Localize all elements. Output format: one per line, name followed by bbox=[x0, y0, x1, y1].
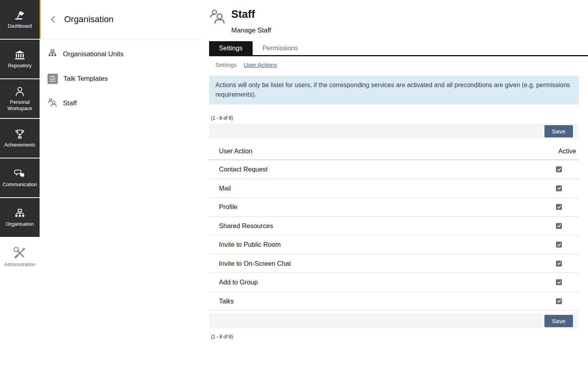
sidebar-item-achievements[interactable]: Achievements bbox=[0, 119, 40, 158]
range-label-bottom: (1 - 8 of 8) bbox=[211, 334, 579, 339]
table-row: Invite to On-Screen Chat bbox=[209, 254, 579, 273]
row-label: Invite to On-Screen Chat bbox=[219, 260, 291, 267]
checkbox[interactable] bbox=[556, 242, 562, 248]
panel-item-staff[interactable]: Staff bbox=[41, 91, 203, 116]
sidebar-item-dashboard[interactable]: Dashboard bbox=[0, 0, 40, 39]
save-button[interactable]: Save bbox=[544, 315, 573, 327]
row-label: Mail bbox=[219, 185, 231, 192]
checkbox[interactable] bbox=[556, 204, 562, 210]
row-label: Shared Resources bbox=[219, 222, 273, 230]
info-message: Actions will only be listet for users, i… bbox=[209, 76, 579, 105]
org-chart-icon bbox=[14, 208, 26, 219]
checkbox[interactable] bbox=[556, 261, 562, 267]
panel-item-label: Talk Templates bbox=[63, 75, 108, 83]
table-toolbar-top: Save bbox=[209, 124, 579, 139]
table-header: User Action Active bbox=[209, 141, 579, 160]
panel-item-organisational-units[interactable]: Organisational Units bbox=[41, 42, 203, 67]
checkbox[interactable] bbox=[556, 166, 562, 172]
table-row: Profile bbox=[209, 198, 579, 217]
table-toolbar-bottom: Save bbox=[209, 313, 579, 328]
checkbox[interactable] bbox=[556, 185, 562, 191]
sidebar-item-repository[interactable]: Repository bbox=[0, 40, 40, 78]
tab-settings[interactable]: Settings bbox=[209, 41, 253, 55]
panel-header: Organisation bbox=[41, 0, 203, 39]
panel-item-label: Organisational Units bbox=[63, 50, 124, 58]
table-row: Talks bbox=[209, 292, 579, 311]
row-label: Invite to Public Room bbox=[219, 241, 281, 248]
subtab-settings[interactable]: Settings bbox=[215, 61, 237, 68]
table-row: Mail bbox=[209, 179, 579, 198]
sidebar-item-label: Communication bbox=[2, 182, 38, 188]
panel-title: Organisation bbox=[64, 14, 114, 25]
main-sidebar: Dashboard Repository Personal Workspace bbox=[0, 0, 41, 366]
checkbox[interactable] bbox=[556, 223, 562, 229]
checkbox[interactable] bbox=[556, 279, 562, 285]
range-label-top: (1 - 8 of 8) bbox=[211, 115, 579, 121]
page-title: Staff bbox=[231, 9, 271, 21]
sidebar-item-personal-workspace[interactable]: Personal Workspace bbox=[0, 79, 40, 118]
sidebar-item-organisation[interactable]: Organisation bbox=[0, 198, 40, 237]
subtab-bar: Settings User Actions bbox=[209, 56, 579, 68]
checkbox[interactable] bbox=[556, 298, 562, 304]
sidebar-item-label: Repository bbox=[7, 63, 32, 69]
staff-icon bbox=[209, 9, 226, 34]
table-row: Shared Resources bbox=[209, 217, 579, 236]
panel-list: Organisational Units Talk Templates bbox=[41, 39, 203, 116]
panel-item-talk-templates[interactable]: Talk Templates bbox=[41, 67, 203, 91]
chat-bubbles-icon bbox=[13, 168, 26, 180]
table-body: Contact Request Mail Profile bbox=[209, 160, 579, 311]
tab-permissions[interactable]: Permissions bbox=[253, 41, 308, 55]
organisation-panel: Organisation Organisational Units bbox=[41, 0, 203, 366]
sidebar-item-administration[interactable]: Administration bbox=[0, 238, 40, 276]
tools-icon bbox=[13, 246, 27, 260]
chevron-left-icon[interactable] bbox=[50, 15, 56, 23]
row-label: Talks bbox=[219, 297, 234, 305]
sidebar-item-label: Dashboard bbox=[7, 23, 32, 30]
page-header: Staff Manage Staff bbox=[209, 9, 579, 34]
person-icon bbox=[14, 86, 26, 97]
org-chart-icon bbox=[48, 48, 57, 60]
page-subtitle: Manage Staff bbox=[231, 27, 271, 34]
row-label: Add to Group bbox=[219, 278, 258, 286]
sidebar-item-label: Organisation bbox=[5, 221, 35, 228]
table-row: Contact Request bbox=[209, 160, 579, 179]
column-header-active: Active bbox=[558, 147, 576, 155]
main-content: Staff Manage Staff Settings Permissions … bbox=[203, 0, 588, 366]
column-header-user-action: User Action bbox=[219, 147, 252, 155]
sidebar-item-communication[interactable]: Communication bbox=[0, 158, 40, 197]
bank-icon bbox=[14, 49, 26, 61]
sidebar-item-label: Administration bbox=[3, 262, 36, 268]
panel-item-label: Staff bbox=[63, 99, 77, 107]
sidebar-item-label: Personal Workspace bbox=[0, 99, 40, 112]
clipboard-icon bbox=[48, 74, 58, 84]
table-row: Add to Group bbox=[209, 273, 579, 292]
save-button[interactable]: Save bbox=[544, 125, 573, 137]
sidebar-item-label: Achievements bbox=[4, 142, 36, 149]
tab-bar: Settings Permissions bbox=[209, 41, 588, 56]
row-label: Contact Request bbox=[219, 166, 268, 173]
staff-icon bbox=[48, 98, 57, 109]
subtab-user-actions[interactable]: User Actions bbox=[244, 61, 277, 68]
lamp-icon bbox=[14, 10, 26, 21]
table-row: Invite to Public Room bbox=[209, 235, 579, 254]
trophy-icon bbox=[14, 128, 26, 140]
row-label: Profile bbox=[219, 203, 238, 211]
